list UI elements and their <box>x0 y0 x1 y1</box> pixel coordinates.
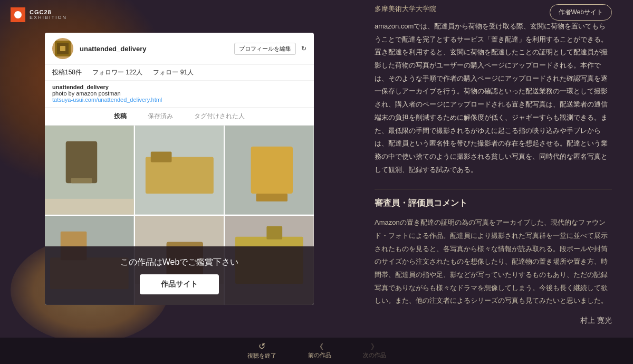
ig-tab-posts[interactable]: 投稿 <box>114 112 127 121</box>
end-watching-icon: ↺ <box>258 342 265 351</box>
bottom-nav: ↺ 視聴を終了 《 前の作品 》 次の作品 <box>0 338 633 364</box>
ig-avatar-image <box>55 41 71 56</box>
svg-rect-3 <box>66 141 98 183</box>
prev-work-icon: 《 <box>316 343 323 350</box>
ig-refresh-icon[interactable]: ↻ <box>301 45 306 52</box>
header-logo: CGC28 EXHIBITION <box>11 7 67 22</box>
comment-heading: 審査員・評価員コメント <box>375 198 612 209</box>
logo-text: CGC28 EXHIBITION <box>30 9 67 21</box>
ig-avatar <box>52 38 73 59</box>
svg-rect-10 <box>251 147 293 194</box>
ig-actions: プロフィールを編集 ↻ <box>234 43 306 55</box>
svg-rect-8 <box>150 152 171 162</box>
ig-tab-tagged[interactable]: タグ付けされた人 <box>194 112 245 121</box>
nav-next-work[interactable]: 》 次の作品 <box>363 343 386 359</box>
ig-photo-grid: この作品はWebでご鑑賞下さい 作品サイト <box>45 126 314 304</box>
description-text: amazon.comでは、配達員から荷物を受け取る際、玄関に荷物を置いてもらうこ… <box>375 20 612 176</box>
instagram-mockup: unattended_delivery プロフィールを編集 ↻ 投稿158件 フ… <box>45 33 314 304</box>
ig-tabs: 投稿 保存済み タグ付けされた人 <box>45 108 314 126</box>
ig-following-count: フォロー 91人 <box>153 68 194 77</box>
instagram-header: unattended_delivery プロフィールを編集 ↻ <box>45 33 314 65</box>
grid-item-2[interactable] <box>135 126 224 215</box>
right-panel: 作者Webサイト 多摩美術大学大学院 amazon.comでは、配達員から荷物を… <box>359 0 633 338</box>
svg-rect-1 <box>60 46 65 51</box>
logo-inner <box>14 11 22 18</box>
ig-bio: unattended_delivery photo by amazon post… <box>45 81 314 108</box>
ig-bio-line1: unattended_delivery <box>52 84 306 90</box>
overlay-text: この作品はWebでご鑑賞下さい <box>120 257 239 268</box>
grid-item-1[interactable] <box>45 126 134 215</box>
svg-rect-11 <box>256 194 288 202</box>
web-overlay: この作品はWebでご鑑賞下さい 作品サイト <box>45 246 314 305</box>
commenter-name: 村上 寛光 <box>375 316 612 325</box>
svg-rect-7 <box>146 157 214 194</box>
ig-edit-profile[interactable]: プロフィールを編集 <box>234 43 296 55</box>
svg-rect-20 <box>267 226 283 240</box>
next-work-label: 次の作品 <box>363 351 386 359</box>
divider <box>375 189 612 189</box>
ig-tab-saved[interactable]: 保存済み <box>148 112 173 121</box>
ig-account-info: unattended_delivery <box>80 44 234 53</box>
comment-text: Amazonの置き配達の証明の為の写真をアーカイブした、現代的なファウンド・フォ… <box>375 216 612 308</box>
left-panel: unattended_delivery プロフィールを編集 ↻ 投稿158件 フ… <box>0 0 359 338</box>
ig-stats: 投稿158件 フォロワー 122人 フォロー 91人 <box>45 65 314 81</box>
svg-rect-5 <box>45 199 134 215</box>
prev-work-label: 前の作品 <box>308 351 331 359</box>
main-container: unattended_delivery プロフィールを編集 ↻ 投稿158件 フ… <box>0 0 633 364</box>
nav-end-watching[interactable]: ↺ 視聴を終了 <box>247 342 276 360</box>
logo-line2: EXHIBITION <box>30 15 67 21</box>
work-site-button[interactable]: 作品サイト <box>140 274 219 294</box>
end-watching-label: 視聴を終了 <box>247 352 276 360</box>
next-work-icon: 》 <box>371 343 378 350</box>
logo-square <box>11 7 25 22</box>
grid-item-3[interactable] <box>225 126 314 215</box>
artist-web-button[interactable]: 作者Webサイト <box>550 4 612 21</box>
ig-bio-line3[interactable]: tatsuya-usui.com/unattended_delivery.htm… <box>52 97 306 103</box>
svg-rect-4 <box>71 178 92 184</box>
ig-username: unattended_delivery <box>80 45 146 53</box>
ig-bio-line2: photo by amazon postman <box>52 90 306 97</box>
ig-followers-count: フォロワー 122人 <box>92 68 142 77</box>
ig-posts-count: 投稿158件 <box>52 68 82 77</box>
nav-prev-work[interactable]: 《 前の作品 <box>308 343 331 359</box>
